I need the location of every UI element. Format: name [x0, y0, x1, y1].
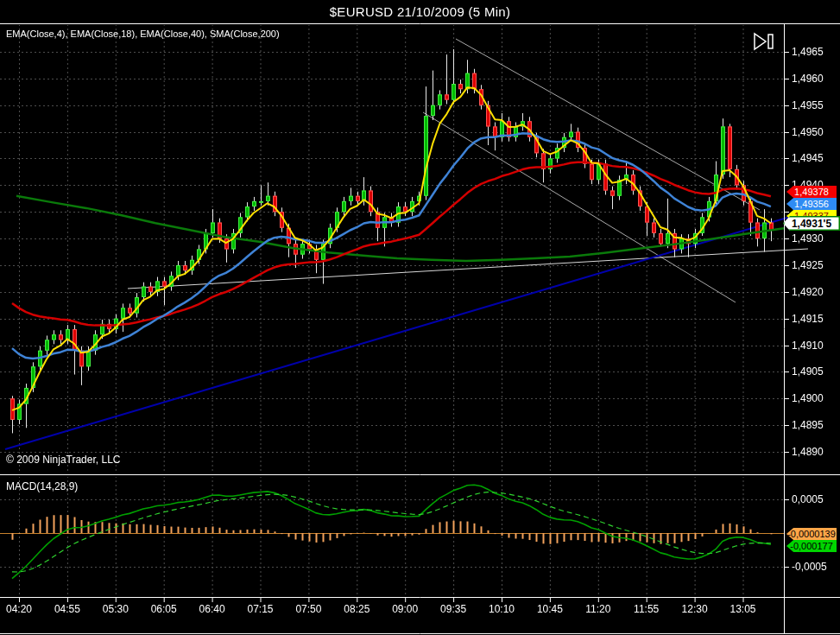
price-axis-label: 1,4950	[792, 126, 824, 138]
price-axis-label: 1,4930	[792, 232, 824, 244]
macd-tag-line: -0,000177	[786, 540, 837, 552]
price-axis-label: 1,4945	[792, 152, 824, 164]
price-axis-label: 1,4955	[792, 99, 824, 111]
time-axis-label: 07:50	[295, 603, 321, 615]
price-axis-label: 1,4965	[792, 46, 824, 58]
time-axis-label: 12:30	[682, 603, 708, 615]
copyright-label: © 2009 NinjaTrader, LLC	[6, 454, 120, 466]
price-axis-label: 1,4915	[792, 313, 824, 325]
price-axis-label: 1,4925	[792, 259, 824, 271]
chart-title: $EURUSD 21/10/2009 (5 Min)	[330, 4, 511, 19]
price-axis-label: 1,4890	[792, 446, 824, 458]
price-axis-label: 1,4920	[792, 286, 824, 298]
time-axis-label: 05:30	[103, 603, 129, 615]
price-axis-label: 1,4960	[792, 73, 824, 85]
time-axis-label: 11:55	[634, 603, 659, 615]
time-axis-label: 04:55	[54, 603, 80, 615]
time-axis-label: 10:45	[537, 603, 563, 615]
indicators-label: EMA(Close,4), EMA(Close,18), EMA(Close,4…	[6, 29, 280, 39]
price-tag-last: 1,4931'5	[783, 216, 840, 231]
go-to-end-icon[interactable]	[752, 31, 780, 52]
ninjatrader-chart-window: $EURUSD 21/10/2009 (5 Min) EMA(Close,4),…	[0, 0, 840, 635]
price-axis-label: 1,4900	[792, 392, 824, 404]
time-axis-label: 13:05	[729, 603, 755, 615]
time-axis-label: 04:20	[6, 603, 32, 615]
time-axis-label: 09:00	[392, 603, 418, 615]
time-axis-label: 06:40	[199, 603, 225, 615]
macd-axis-label: 0,0005	[792, 493, 824, 505]
time-axis-label: 07:15	[247, 603, 273, 615]
time-axis-label: 08:25	[344, 603, 369, 615]
price-axis-label: 1,4910	[792, 340, 824, 352]
time-axis-label: 06:05	[151, 603, 177, 615]
price-axis-label: 1,4905	[792, 365, 824, 378]
time-axis-label: 10:10	[489, 603, 515, 615]
price-axis-label: 1,4895	[792, 419, 824, 431]
macd-tag-diff: -0,0000139	[786, 528, 837, 540]
chart-canvas[interactable]	[0, 0, 840, 635]
macd-axis-label: -0,0005	[792, 561, 827, 573]
title-bar: $EURUSD 21/10/2009 (5 Min)	[0, 0, 840, 23]
macd-label: MACD(14,28,9)	[6, 480, 78, 492]
price-tag-ema18: 1,49356	[786, 198, 837, 210]
time-axis-label: 11:20	[585, 603, 610, 615]
price-tag-ema40: 1,49378	[786, 186, 837, 198]
time-axis-label: 09:35	[440, 603, 466, 615]
